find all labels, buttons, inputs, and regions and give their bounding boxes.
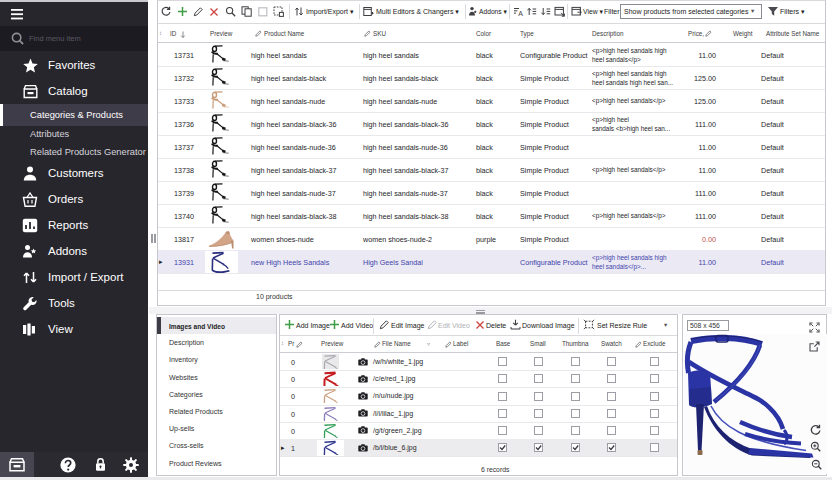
svg-text:A: A xyxy=(518,10,523,17)
